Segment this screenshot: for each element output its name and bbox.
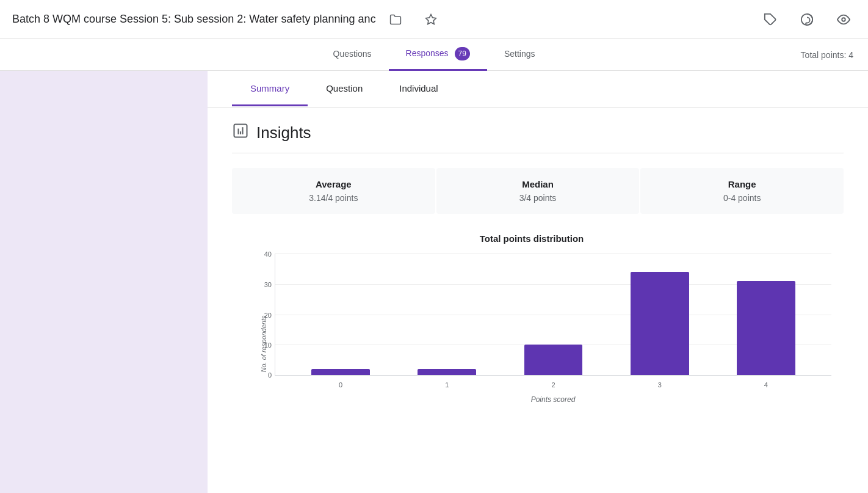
top-bar-left: Batch 8 WQM course Session 5: Sub sessio… bbox=[12, 7, 443, 32]
stat-card-range: Range 0-4 points bbox=[640, 168, 844, 214]
y-tick-0: 0 bbox=[268, 371, 272, 379]
sub-tab-individual[interactable]: Individual bbox=[381, 72, 456, 106]
tab-settings[interactable]: Settings bbox=[487, 40, 552, 69]
chart-section: Total points distribution No. of respond… bbox=[232, 233, 844, 449]
stat-range-value: 0-4 points bbox=[655, 193, 829, 203]
sub-tab-question[interactable]: Question bbox=[308, 72, 381, 106]
palette-icon[interactable] bbox=[795, 7, 819, 32]
stat-average-label: Average bbox=[247, 179, 421, 189]
x-label-0: 0 bbox=[339, 381, 342, 389]
insights-section: Insights Average 3.14/4 points Median 3/… bbox=[208, 108, 868, 464]
bar-1 bbox=[418, 369, 476, 375]
sub-tabs-bar: Summary Question Individual bbox=[208, 71, 868, 108]
y-tick-30: 30 bbox=[264, 281, 272, 288]
insights-header: Insights bbox=[232, 122, 844, 153]
bar-0 bbox=[311, 369, 370, 375]
stat-median-label: Median bbox=[451, 179, 625, 189]
stat-card-average: Average 3.14/4 points bbox=[232, 168, 435, 214]
top-bar-right-icons bbox=[758, 7, 856, 32]
stat-average-value: 3.14/4 points bbox=[247, 193, 421, 203]
sidebar bbox=[0, 71, 208, 493]
bar-group-1: 1 bbox=[394, 254, 500, 375]
x-axis-label: Points scored bbox=[275, 395, 831, 404]
main-layout: Summary Question Individual bbox=[0, 71, 868, 493]
x-label-4: 4 bbox=[764, 381, 768, 389]
x-label-1: 1 bbox=[445, 381, 449, 389]
stat-range-label: Range bbox=[655, 179, 829, 189]
insights-chart-icon bbox=[232, 122, 249, 143]
puzzle-icon[interactable] bbox=[758, 7, 783, 32]
bars-container: 0 1 2 bbox=[275, 254, 831, 375]
folder-icon[interactable] bbox=[383, 7, 408, 32]
star-icon[interactable] bbox=[419, 7, 443, 32]
svg-rect-4 bbox=[234, 125, 247, 137]
x-label-3: 3 bbox=[658, 381, 662, 389]
tab-responses[interactable]: Responses 79 bbox=[389, 38, 487, 71]
bar-group-3: 3 bbox=[607, 254, 713, 375]
bar-group-4: 4 bbox=[713, 254, 819, 375]
top-bar-file-icons bbox=[383, 7, 443, 32]
stats-row: Average 3.14/4 points Median 3/4 points … bbox=[232, 168, 844, 214]
nav-tabs: Questions Responses 79 Settings bbox=[316, 38, 552, 71]
svg-point-3 bbox=[842, 18, 845, 21]
sub-tab-summary[interactable]: Summary bbox=[232, 72, 308, 106]
y-tick-40: 40 bbox=[264, 250, 272, 258]
tab-questions[interactable]: Questions bbox=[316, 40, 389, 69]
chart-title: Total points distribution bbox=[232, 233, 831, 244]
total-points-label: Total points: 4 bbox=[801, 50, 853, 60]
y-tick-20: 20 bbox=[264, 312, 272, 319]
nav-tabs-bar: Questions Responses 79 Settings Total po… bbox=[0, 39, 868, 71]
stat-median-value: 3/4 points bbox=[451, 193, 625, 203]
bar-group-0: 0 bbox=[288, 254, 394, 375]
chart-area: 40 30 20 10 bbox=[275, 254, 831, 376]
stat-card-median: Median 3/4 points bbox=[436, 168, 640, 214]
insights-title: Insights bbox=[256, 123, 311, 142]
bar-3 bbox=[631, 272, 689, 375]
bar-4 bbox=[737, 281, 795, 375]
page-title: Batch 8 WQM course Session 5: Sub sessio… bbox=[12, 13, 376, 26]
svg-marker-0 bbox=[425, 14, 436, 24]
bar-group-2: 2 bbox=[500, 254, 606, 375]
y-tick-10: 10 bbox=[264, 341, 272, 349]
top-bar: Batch 8 WQM course Session 5: Sub sessio… bbox=[0, 0, 868, 39]
content-area: Summary Question Individual bbox=[208, 71, 868, 493]
eye-icon[interactable] bbox=[831, 7, 856, 32]
x-label-2: 2 bbox=[551, 381, 555, 389]
responses-badge: 79 bbox=[455, 47, 470, 60]
bar-2 bbox=[524, 345, 583, 375]
